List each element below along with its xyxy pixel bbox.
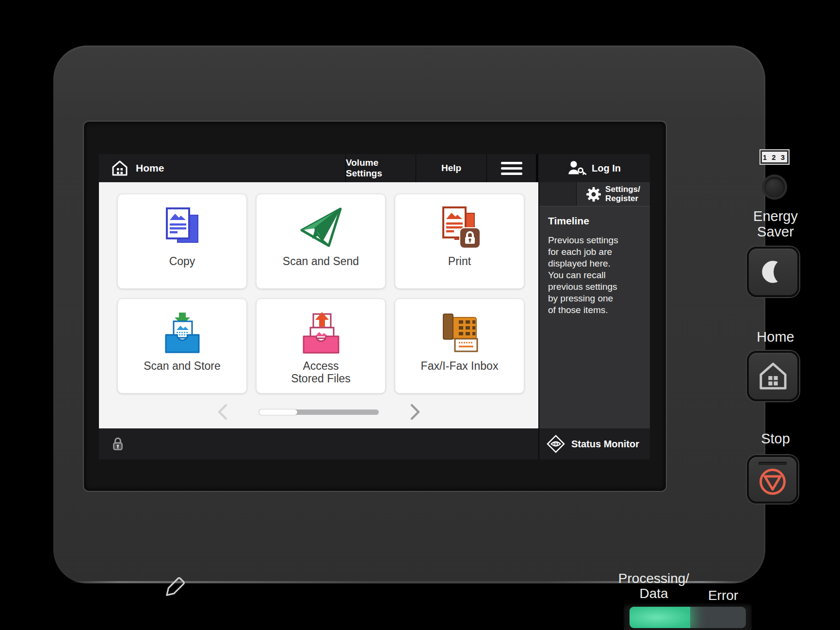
tile-label: Access Stored Files [291,360,351,385]
home-breadcrumb: Home [99,154,345,182]
printer-front-panel-photo: Home Volume Settings Help [0,0,840,630]
sidebar-header-row: Settings/ Register [539,182,650,206]
status-led-recess [624,603,752,630]
log-in-button[interactable]: Log In [536,154,650,182]
volume-settings-button[interactable]: Volume Settings [345,154,416,182]
processing-data-led [630,607,690,628]
stop-sign-icon [759,468,787,496]
numeric-keys-label: 1 2 3 [762,152,787,162]
tile-access-stored-files[interactable]: Access Stored Files [256,299,386,394]
tile-label: Scan and Send [283,255,359,268]
crescent-moon-icon [760,259,786,284]
timeline-sidebar: Settings/ Register Timeline Previous set… [538,182,650,428]
copy-documents-icon [160,206,205,250]
menu-button[interactable] [486,154,536,182]
stored-files-up-arrow-icon [298,311,344,355]
tile-scan-and-send[interactable]: Scan and Send [256,194,386,289]
home-label: Home [136,162,164,174]
home-icon [112,160,128,176]
status-monitor-button[interactable]: Status Monitor [538,428,650,459]
indicator-button [764,177,785,197]
timeline-description: Previous settings for each job are displ… [548,235,643,316]
page-scrollbar-thumb[interactable] [259,410,297,415]
paper-plane-icon [298,206,344,251]
gear-icon [586,187,601,202]
tile-grid: Copy [117,194,524,394]
home-tiles-area: Copy [99,182,538,428]
lock-icon [112,437,124,451]
tile-copy[interactable]: Copy [117,194,247,289]
chevron-right-icon[interactable] [409,403,421,421]
chevron-left-icon[interactable] [216,403,229,421]
eye-diamond-icon [546,434,565,454]
touchscreen-display: Home Volume Settings Help [99,154,650,459]
home-icon [758,361,788,391]
stylus-pen-icon [161,576,186,601]
tile-label: Print [448,255,471,268]
home-button-label: Home [734,330,817,345]
secure-print-documents-icon [437,205,482,251]
stop-button-label: Stop [734,431,817,447]
help-button[interactable]: Help [416,154,486,182]
energy-saver-label: Energy Saver [734,209,817,240]
status-monitor-label: Status Monitor [571,439,639,450]
fax-machine-icon [436,312,483,354]
processing-data-label: Processing/ Data [603,571,705,601]
touchscreen-bezel: Home Volume Settings Help [83,121,667,492]
tile-label: Scan and Store [144,360,221,373]
sidebar-empty-cell [539,182,577,206]
error-label: Error [696,588,750,603]
user-key-icon [567,160,587,176]
page-scrollbar[interactable] [259,410,379,415]
screen-bottom-bar: Status Monitor [99,428,650,459]
printer-control-panel-body: Home Volume Settings Help [53,46,765,583]
tile-scan-and-store[interactable]: Scan and Store [117,299,247,394]
settings-register-label: Settings/ Register [605,185,640,203]
stop-button-slit [759,462,787,465]
stop-button[interactable] [747,455,798,504]
tile-label: Copy [169,255,195,268]
settings-register-button[interactable]: Settings/ Register [577,182,650,206]
tile-fax-ifax-inbox[interactable]: Fax/I-Fax Inbox [395,299,524,394]
home-button[interactable] [747,351,799,401]
inbox-store-down-arrow-icon [159,312,206,354]
energy-saver-button[interactable] [747,247,799,297]
numeric-keys-indicator: 1 2 3 [759,149,790,165]
hamburger-menu-icon [501,162,522,164]
main-area: Copy [99,182,650,428]
timeline-title: Timeline [548,215,650,227]
page-scroller [99,401,538,423]
top-bar: Home Volume Settings Help [99,154,650,182]
tile-label: Fax/I-Fax Inbox [421,360,499,373]
tile-print[interactable]: Print [395,194,524,289]
status-led-bar [630,607,746,628]
